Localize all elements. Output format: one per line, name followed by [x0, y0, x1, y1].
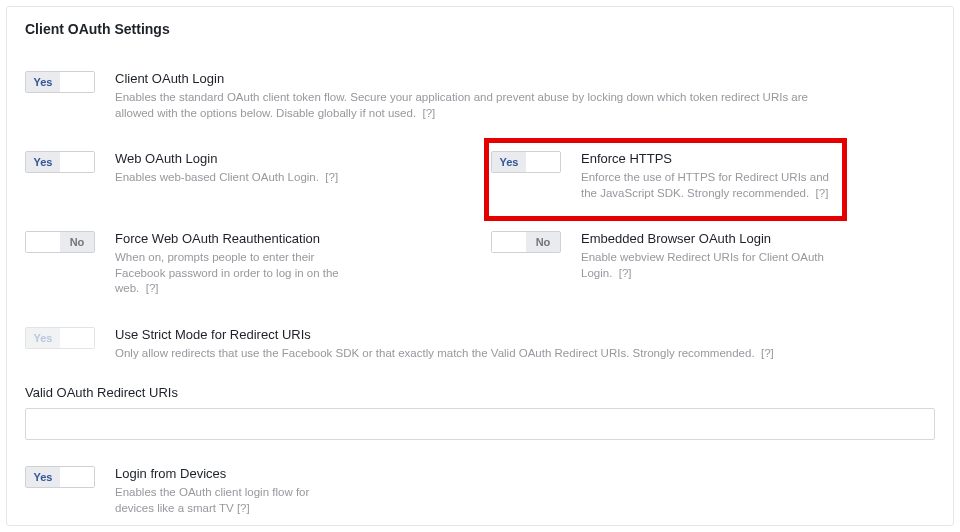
- setting-desc: Enables the OAuth client login flow for …: [115, 485, 345, 516]
- setting-title: Web OAuth Login: [115, 151, 338, 166]
- toggle-client-oauth-login[interactable]: Yes: [25, 71, 95, 93]
- setting-title: Force Web OAuth Reauthentication: [115, 231, 365, 246]
- setting-title: Use Strict Mode for Redirect URIs: [115, 327, 774, 342]
- row-login-from-devices: Yes Login from Devices Enables the OAuth…: [25, 466, 935, 516]
- help-icon[interactable]: [?]: [325, 171, 338, 183]
- toggle-enforce-https[interactable]: Yes: [491, 151, 561, 173]
- toggle-yes-label: Yes: [492, 152, 526, 172]
- toggle-no-label: [526, 152, 560, 172]
- toggle-yes-label: Yes: [26, 72, 60, 92]
- toggle-strict-mode: Yes: [25, 327, 95, 349]
- toggle-yes-label: Yes: [26, 152, 60, 172]
- help-icon[interactable]: [?]: [237, 502, 250, 514]
- toggle-yes-label: Yes: [26, 328, 60, 348]
- setting-desc: Enables web-based Client OAuth Login. [?…: [115, 170, 338, 186]
- setting-title: Enforce HTTPS: [581, 151, 831, 166]
- row-reauth-embedded: No Force Web OAuth Reauthentication When…: [25, 231, 935, 297]
- help-icon[interactable]: [?]: [816, 187, 829, 199]
- toggle-no-label: No: [60, 232, 94, 252]
- toggle-force-reauth[interactable]: No: [25, 231, 95, 253]
- toggle-no-label: [60, 72, 94, 92]
- help-icon[interactable]: [?]: [423, 107, 436, 119]
- row-web-oauth-https: Yes Web OAuth Login Enables web-based Cl…: [25, 151, 935, 201]
- setting-title: Embedded Browser OAuth Login: [581, 231, 831, 246]
- setting-desc: Only allow redirects that use the Facebo…: [115, 346, 774, 362]
- help-icon[interactable]: [?]: [146, 282, 159, 294]
- card-title: Client OAuth Settings: [25, 21, 935, 37]
- redirect-uris-section: Valid OAuth Redirect URIs: [25, 385, 935, 440]
- toggle-login-from-devices[interactable]: Yes: [25, 466, 95, 488]
- toggle-no-label: [60, 328, 94, 348]
- setting-title: Client OAuth Login: [115, 71, 845, 86]
- setting-desc: When on, prompts people to enter their F…: [115, 250, 365, 297]
- help-icon[interactable]: [?]: [619, 267, 632, 279]
- toggle-no-label: No: [526, 232, 560, 252]
- toggle-yes-label: [492, 232, 526, 252]
- redirect-uris-label: Valid OAuth Redirect URIs: [25, 385, 935, 400]
- settings-card: Client OAuth Settings Yes Client OAuth L…: [6, 6, 954, 526]
- setting-desc: Enforce the use of HTTPS for Redirect UR…: [581, 170, 831, 201]
- row-strict-mode: Yes Use Strict Mode for Redirect URIs On…: [25, 327, 935, 362]
- setting-title: Login from Devices: [115, 466, 345, 481]
- toggle-no-label: [60, 152, 94, 172]
- toggle-yes-label: Yes: [26, 467, 60, 487]
- row-client-oauth-login: Yes Client OAuth Login Enables the stand…: [25, 71, 935, 121]
- toggle-web-oauth-login[interactable]: Yes: [25, 151, 95, 173]
- setting-desc: Enable webview Redirect URIs for Client …: [581, 250, 831, 281]
- toggle-no-label: [60, 467, 94, 487]
- redirect-uris-input[interactable]: [25, 408, 935, 440]
- setting-desc: Enables the standard OAuth client token …: [115, 90, 845, 121]
- toggle-embedded-browser[interactable]: No: [491, 231, 561, 253]
- help-icon[interactable]: [?]: [761, 347, 774, 359]
- toggle-yes-label: [26, 232, 60, 252]
